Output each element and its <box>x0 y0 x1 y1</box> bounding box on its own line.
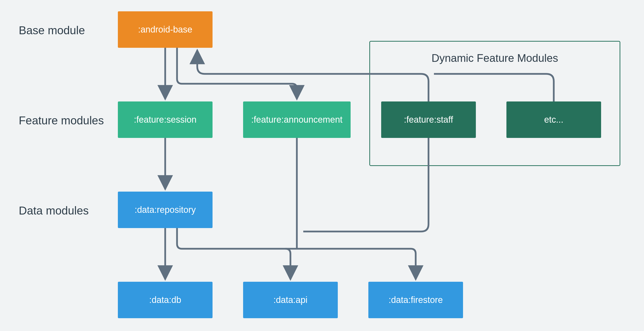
node-feature-etc: etc... <box>506 101 601 138</box>
row-label-feature: Feature modules <box>19 114 104 127</box>
node-label: :data:db <box>149 295 181 305</box>
row-label-data: Data modules <box>19 204 89 217</box>
dynamic-feature-group-title: Dynamic Feature Modules <box>370 52 620 64</box>
node-label: :feature:staff <box>404 114 453 125</box>
node-label: :feature:announcement <box>251 114 342 125</box>
node-data-api: :data:api <box>243 282 338 318</box>
node-label: :data:repository <box>134 205 196 215</box>
node-label: etc... <box>544 114 564 125</box>
row-label-base: Base module <box>19 24 85 37</box>
node-feature-staff: :feature:staff <box>381 101 476 138</box>
node-label: :data:firestore <box>388 295 443 305</box>
edge-repo-to-api <box>177 228 290 279</box>
node-data-db: :data:db <box>118 282 212 318</box>
edge-repo-to-firestore <box>286 249 416 279</box>
node-label: :data:api <box>274 295 308 305</box>
node-feature-announcement: :feature:announcement <box>243 101 350 138</box>
node-label: :feature:session <box>134 114 196 125</box>
node-feature-session: :feature:session <box>118 101 212 138</box>
node-android-base: :android-base <box>118 11 212 48</box>
node-label: :android-base <box>138 24 192 35</box>
module-diagram: Base module Feature modules Data modules… <box>0 0 644 331</box>
node-data-firestore: :data:firestore <box>368 282 463 318</box>
edge-base-to-announcement <box>177 48 297 99</box>
node-data-repository: :data:repository <box>118 192 212 228</box>
